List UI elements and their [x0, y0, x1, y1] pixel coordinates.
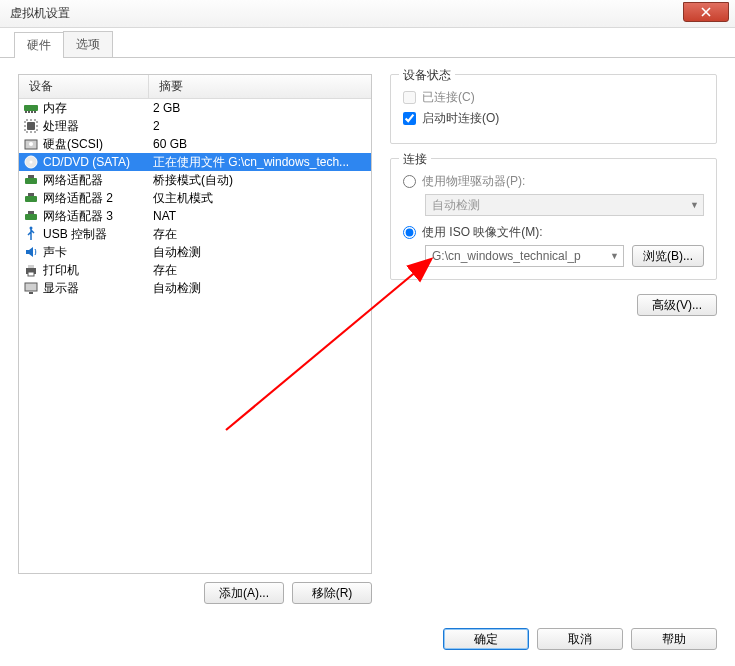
- hardware-table: 设备 摘要 内存 2 GB 处理器 2 硬盘(SCSI) 60 GB CD/DV…: [18, 74, 372, 574]
- printer-icon: [23, 262, 39, 278]
- device-summary: 2 GB: [149, 101, 371, 115]
- device-summary: 桥接模式(自动): [149, 172, 371, 189]
- device-summary: 自动检测: [149, 244, 371, 261]
- svg-rect-0: [24, 105, 38, 111]
- display-icon: [23, 280, 39, 296]
- table-row[interactable]: 内存 2 GB: [19, 99, 371, 117]
- svg-rect-19: [28, 272, 34, 276]
- table-row[interactable]: 网络适配器 2 仅主机模式: [19, 189, 371, 207]
- connected-row: 已连接(C): [403, 89, 704, 106]
- svg-rect-11: [28, 175, 34, 178]
- svg-point-9: [30, 161, 33, 164]
- connection-legend: 连接: [399, 151, 431, 168]
- col-header-device[interactable]: 设备: [19, 75, 149, 98]
- svg-rect-20: [25, 283, 37, 291]
- svg-rect-12: [25, 196, 37, 202]
- device-name: USB 控制器: [43, 226, 107, 243]
- sound-icon: [23, 244, 39, 260]
- help-button[interactable]: 帮助: [631, 628, 717, 650]
- table-row[interactable]: CD/DVD (SATA) 正在使用文件 G:\cn_windows_tech.…: [19, 153, 371, 171]
- ok-button[interactable]: 确定: [443, 628, 529, 650]
- svg-point-16: [30, 227, 33, 230]
- tab-strip: 硬件 选项: [0, 32, 735, 58]
- physical-combo-text: 自动检测: [432, 197, 480, 214]
- table-row[interactable]: 显示器 自动检测: [19, 279, 371, 297]
- disk-icon: [23, 136, 39, 152]
- device-name: 处理器: [43, 118, 79, 135]
- device-name: 显示器: [43, 280, 79, 297]
- device-name: 网络适配器 2: [43, 190, 113, 207]
- window-title: 虚拟机设置: [10, 5, 683, 22]
- device-name: 硬盘(SCSI): [43, 136, 103, 153]
- remove-button[interactable]: 移除(R): [292, 582, 372, 604]
- chevron-down-icon: ▼: [610, 251, 619, 261]
- connect-on-row[interactable]: 启动时连接(O): [403, 110, 704, 127]
- device-name: 网络适配器 3: [43, 208, 113, 225]
- svg-rect-3: [31, 111, 33, 113]
- svg-rect-14: [25, 214, 37, 220]
- browse-button[interactable]: 浏览(B)...: [632, 245, 704, 267]
- svg-rect-15: [28, 211, 34, 214]
- close-button[interactable]: [683, 2, 729, 22]
- table-row[interactable]: 打印机 存在: [19, 261, 371, 279]
- svg-point-7: [29, 142, 33, 146]
- iso-combo-text: G:\cn_windows_technical_p: [432, 249, 581, 263]
- add-button[interactable]: 添加(A)...: [204, 582, 284, 604]
- device-summary: 存在: [149, 226, 371, 243]
- device-summary: 存在: [149, 262, 371, 279]
- device-summary: 2: [149, 119, 371, 133]
- device-summary: 自动检测: [149, 280, 371, 297]
- device-summary: 仅主机模式: [149, 190, 371, 207]
- net-icon: [23, 190, 39, 206]
- iso-row[interactable]: 使用 ISO 映像文件(M):: [403, 224, 704, 241]
- physical-row[interactable]: 使用物理驱动器(P):: [403, 173, 704, 190]
- svg-rect-18: [28, 265, 34, 268]
- table-row[interactable]: 网络适配器 桥接模式(自动): [19, 171, 371, 189]
- device-name: 声卡: [43, 244, 67, 261]
- connect-on-checkbox[interactable]: [403, 112, 416, 125]
- iso-label: 使用 ISO 映像文件(M):: [422, 224, 543, 241]
- net-icon: [23, 172, 39, 188]
- device-status-legend: 设备状态: [399, 67, 455, 84]
- col-header-summary[interactable]: 摘要: [149, 75, 371, 98]
- svg-rect-21: [29, 292, 33, 294]
- connected-label: 已连接(C): [422, 89, 475, 106]
- cpu-icon: [23, 118, 39, 134]
- device-summary: 60 GB: [149, 137, 371, 151]
- tab-hardware[interactable]: 硬件: [14, 32, 64, 58]
- physical-label: 使用物理驱动器(P):: [422, 173, 525, 190]
- device-name: 打印机: [43, 262, 79, 279]
- physical-combo: 自动检测 ▼: [425, 194, 704, 216]
- table-row[interactable]: 硬盘(SCSI) 60 GB: [19, 135, 371, 153]
- device-name: 内存: [43, 100, 67, 117]
- cd-icon: [23, 154, 39, 170]
- table-row[interactable]: 声卡 自动检测: [19, 243, 371, 261]
- close-icon: [701, 7, 711, 17]
- svg-rect-10: [25, 178, 37, 184]
- iso-combo[interactable]: G:\cn_windows_technical_p ▼: [425, 245, 624, 267]
- connected-checkbox: [403, 91, 416, 104]
- svg-rect-1: [25, 111, 27, 113]
- device-summary: 正在使用文件 G:\cn_windows_tech...: [149, 154, 371, 171]
- tab-options[interactable]: 选项: [63, 31, 113, 57]
- device-status-group: 设备状态 已连接(C) 启动时连接(O): [390, 74, 717, 144]
- advanced-button[interactable]: 高级(V)...: [637, 294, 717, 316]
- memory-icon: [23, 100, 39, 116]
- chevron-down-icon: ▼: [690, 200, 699, 210]
- svg-rect-13: [28, 193, 34, 196]
- physical-radio[interactable]: [403, 175, 416, 188]
- iso-radio[interactable]: [403, 226, 416, 239]
- table-row[interactable]: 处理器 2: [19, 117, 371, 135]
- svg-rect-4: [34, 111, 36, 113]
- svg-rect-2: [28, 111, 30, 113]
- connect-on-label: 启动时连接(O): [422, 110, 499, 127]
- device-summary: NAT: [149, 209, 371, 223]
- usb-icon: [23, 226, 39, 242]
- table-row[interactable]: 网络适配器 3 NAT: [19, 207, 371, 225]
- cancel-button[interactable]: 取消: [537, 628, 623, 650]
- connection-group: 连接 使用物理驱动器(P): 自动检测 ▼ 使用 ISO 映像文件(M): G:…: [390, 158, 717, 280]
- device-name: 网络适配器: [43, 172, 103, 189]
- net-icon: [23, 208, 39, 224]
- svg-rect-5: [27, 122, 35, 130]
- table-row[interactable]: USB 控制器 存在: [19, 225, 371, 243]
